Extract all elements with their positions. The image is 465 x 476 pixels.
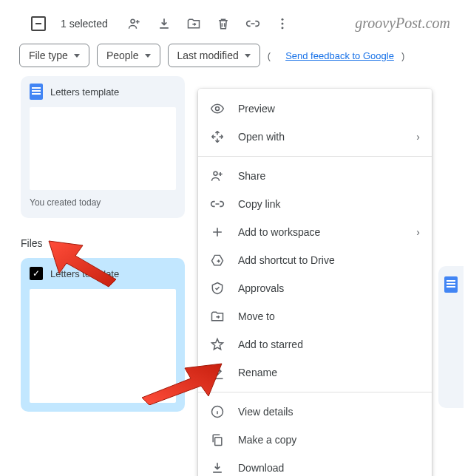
menu-copy-link[interactable]: Copy link bbox=[198, 190, 432, 218]
watermark: groovyPost.com bbox=[355, 15, 450, 32]
move-to-icon[interactable] bbox=[186, 16, 201, 31]
download-icon bbox=[210, 460, 225, 475]
download-icon[interactable] bbox=[157, 16, 172, 31]
menu-label: Add to starred bbox=[238, 339, 420, 350]
eye-icon bbox=[210, 101, 225, 116]
trash-icon[interactable] bbox=[216, 16, 231, 31]
google-doc-icon bbox=[30, 84, 43, 100]
selection-count: 1 selected bbox=[61, 18, 108, 30]
link-icon[interactable] bbox=[245, 16, 260, 31]
svg-point-4 bbox=[216, 107, 220, 111]
menu-separator bbox=[198, 156, 432, 157]
menu-label: Move to bbox=[238, 310, 420, 322]
suggested-footer: You created today bbox=[21, 190, 185, 218]
svg-point-1 bbox=[281, 18, 283, 20]
drive-shortcut-icon bbox=[210, 253, 225, 268]
file-title: Letters template bbox=[50, 268, 119, 279]
filter-bar: File type People Last modified (Send fee… bbox=[15, 42, 450, 75]
menu-label: Rename bbox=[238, 367, 420, 378]
menu-label: Approvals bbox=[238, 282, 420, 294]
menu-rename[interactable]: Rename bbox=[198, 358, 432, 387]
chip-label: File type bbox=[29, 50, 68, 61]
star-icon bbox=[210, 337, 225, 352]
selection-toolbar: 1 selected groovyPost.com bbox=[15, 9, 450, 42]
open-with-icon bbox=[210, 129, 225, 144]
more-icon[interactable] bbox=[275, 16, 290, 31]
menu-open-with[interactable]: Open with › bbox=[198, 123, 432, 151]
menu-label: View details bbox=[238, 406, 420, 418]
share-icon[interactable] bbox=[127, 16, 142, 31]
folder-move-icon bbox=[210, 309, 225, 324]
svg-point-2 bbox=[281, 22, 283, 24]
file-card-partial[interactable] bbox=[438, 266, 464, 408]
file-checkbox[interactable]: ✓ bbox=[30, 267, 43, 280]
menu-add-shortcut[interactable]: Add shortcut to Drive bbox=[198, 246, 432, 274]
menu-approvals[interactable]: Approvals bbox=[198, 274, 432, 302]
plus-icon bbox=[210, 225, 225, 239]
chevron-right-icon: › bbox=[416, 226, 420, 238]
menu-label: Add shortcut to Drive bbox=[238, 254, 420, 266]
google-doc-icon bbox=[444, 276, 458, 293]
caret-down-icon bbox=[245, 54, 251, 58]
menu-add-to-workspace[interactable]: Add to workspace › bbox=[198, 218, 432, 246]
chip-label: Last modified bbox=[177, 50, 239, 61]
copy-icon bbox=[210, 432, 225, 447]
suggested-preview bbox=[30, 107, 176, 190]
selection-indicator-icon[interactable] bbox=[31, 16, 46, 31]
context-menu: Preview Open with › Share Copy link Add … bbox=[198, 89, 432, 476]
menu-label: Make a copy bbox=[238, 434, 420, 446]
info-icon bbox=[210, 404, 225, 419]
svg-point-0 bbox=[131, 19, 135, 23]
svg-point-5 bbox=[214, 171, 217, 175]
caret-down-icon bbox=[74, 54, 80, 58]
approvals-icon bbox=[210, 281, 225, 296]
person-plus-icon bbox=[210, 169, 225, 183]
menu-label: Open with bbox=[238, 131, 403, 143]
menu-label: Add to workspace bbox=[238, 226, 403, 238]
pencil-icon bbox=[210, 365, 225, 380]
menu-label: Preview bbox=[238, 103, 420, 115]
menu-view-details[interactable]: View details bbox=[198, 398, 432, 426]
file-card-selected[interactable]: ✓ Letters template bbox=[21, 258, 185, 412]
suggested-card[interactable]: Letters template You created today bbox=[21, 76, 185, 218]
menu-share[interactable]: Share bbox=[198, 162, 432, 190]
menu-label: Copy link bbox=[238, 198, 420, 210]
last-modified-filter[interactable]: Last modified bbox=[168, 44, 260, 67]
link-icon bbox=[210, 197, 225, 211]
feedback-link[interactable]: Send feedback to Google bbox=[285, 50, 394, 61]
suggested-title: Letters template bbox=[50, 86, 119, 98]
svg-point-3 bbox=[281, 27, 283, 29]
chevron-right-icon: › bbox=[416, 131, 420, 143]
file-preview bbox=[30, 289, 176, 403]
file-type-filter[interactable]: File type bbox=[19, 44, 89, 67]
chip-label: People bbox=[106, 50, 139, 61]
people-filter[interactable]: People bbox=[97, 44, 160, 67]
svg-rect-7 bbox=[215, 438, 222, 446]
menu-preview[interactable]: Preview bbox=[198, 95, 432, 123]
menu-separator bbox=[198, 392, 432, 392]
menu-add-to-starred[interactable]: Add to starred bbox=[198, 330, 432, 358]
menu-label: Share bbox=[238, 170, 420, 182]
menu-make-a-copy[interactable]: Make a copy bbox=[198, 426, 432, 454]
caret-down-icon bbox=[145, 54, 151, 58]
menu-move-to[interactable]: Move to bbox=[198, 302, 432, 330]
menu-download[interactable]: Download bbox=[198, 454, 432, 476]
menu-label: Download bbox=[238, 462, 420, 474]
